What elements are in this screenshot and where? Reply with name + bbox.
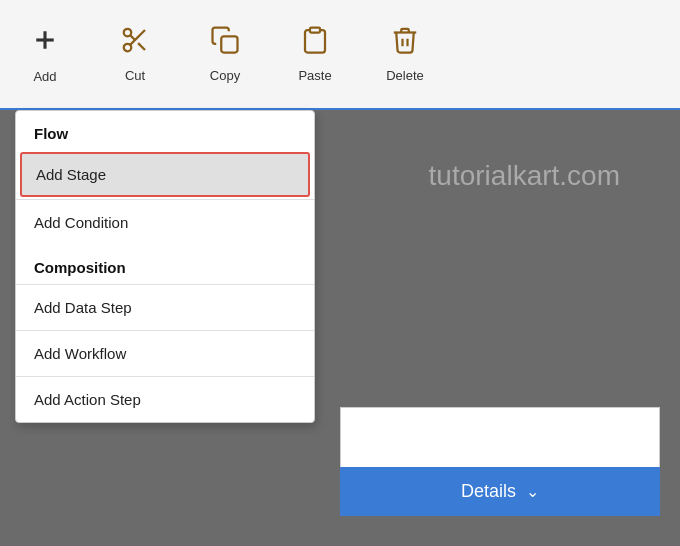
add-label: Add [33,69,56,84]
paste-label: Paste [298,68,331,83]
copy-icon [210,25,240,62]
details-label: Details [461,481,516,502]
delete-label: Delete [386,68,424,83]
paste-icon [300,25,330,62]
svg-line-6 [130,35,135,40]
flow-section-header: Flow [16,111,314,150]
details-input-area [340,407,660,467]
menu-item-add-data-step[interactable]: Add Data Step [16,284,314,330]
svg-rect-8 [310,28,320,33]
cut-label: Cut [125,68,145,83]
svg-line-5 [138,43,145,50]
toolbar-copy[interactable]: Copy [200,25,250,83]
details-box: Details ⌄ [340,407,660,516]
composition-section-header: Composition [16,245,314,284]
chevron-down-icon: ⌄ [526,482,539,501]
trash-icon [390,25,420,62]
toolbar-paste[interactable]: Paste [290,25,340,83]
menu-item-add-action-step[interactable]: Add Action Step [16,376,314,422]
scissors-icon [120,25,150,62]
watermark-text: tutorialkart.com [429,160,620,192]
dropdown-menu: Flow Add Stage Add Condition Composition… [15,110,315,423]
svg-point-3 [124,44,132,52]
toolbar-cut[interactable]: Cut [110,25,160,83]
toolbar-delete[interactable]: Delete [380,25,430,83]
menu-item-add-stage[interactable]: Add Stage [20,152,310,197]
toolbar-add[interactable]: Add [20,25,70,84]
menu-item-add-workflow[interactable]: Add Workflow [16,330,314,376]
plus-icon [30,25,60,63]
svg-point-2 [124,29,132,37]
svg-rect-7 [221,36,237,52]
details-button[interactable]: Details ⌄ [340,467,660,516]
copy-label: Copy [210,68,240,83]
toolbar: Add Cut Copy [0,0,680,110]
menu-item-add-condition[interactable]: Add Condition [16,199,314,245]
